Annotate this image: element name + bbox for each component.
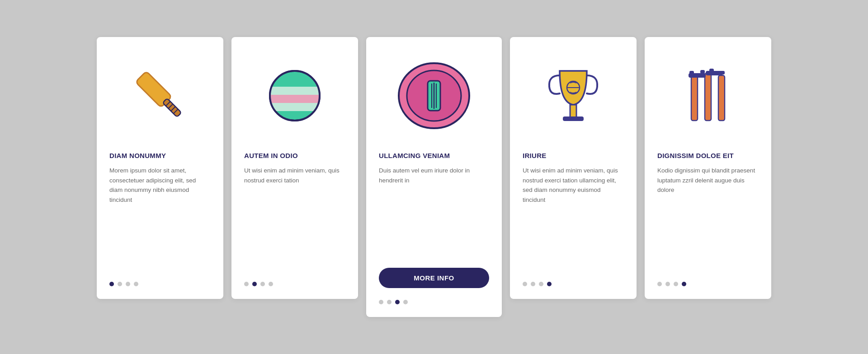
svg-rect-1 [163,98,182,117]
card4-dots [523,277,552,286]
svg-rect-30 [720,71,725,75]
svg-rect-23 [705,73,711,121]
bat-icon-area [109,51,211,141]
dot [260,282,265,286]
wicket-icon [679,57,737,134]
svg-rect-18 [570,105,576,117]
card4-text: Ut wisi enim ad minim veniam, quis nostr… [523,166,624,268]
card5-dots [657,277,686,286]
svg-rect-9 [270,95,320,103]
dot [523,282,527,286]
card5-title: DIGNISSIM DOLOE EIT [657,152,734,159]
dot [126,282,130,286]
dot [395,300,400,304]
card-ullamcing-veniam: ULLAMCING VENIAM Duis autem vel eum iriu… [366,37,502,317]
stadium-icon-area [379,51,489,141]
dot [109,282,114,286]
card-diam-nonummy: DIAM NONUMMY Morem ipsum dolor sit amet,… [97,37,223,299]
svg-rect-10 [270,103,320,111]
card3-text: Duis autem vel eum iriure dolor in hendr… [379,166,489,259]
dot [387,300,392,304]
ball-icon [261,62,329,130]
trophy-icon-area [523,51,624,141]
svg-rect-28 [700,70,705,74]
card-iriure: IRIURE Ut wisi enim ad minim veniam, qui… [510,37,637,299]
svg-rect-8 [270,87,320,95]
dot [244,282,249,286]
card2-dots [244,277,273,286]
more-info-button[interactable]: MORE INFO [379,268,489,288]
card-autem-in-odio: AUTEM IN ODIO Ut wisi enim ad minim veni… [231,37,358,299]
trophy-icon [539,60,607,132]
card1-text: Morem ipsum dolor sit amet, consectetuer… [109,166,211,268]
dot [682,282,686,286]
dot [252,282,257,286]
dot [269,282,273,286]
card2-title: AUTEM IN ODIO [244,152,298,159]
ball-icon-area [244,51,345,141]
dot [665,282,670,286]
dot [657,282,662,286]
card4-title: IRIURE [523,152,547,159]
card1-title: DIAM NONUMMY [109,152,166,159]
bat-icon [131,60,189,132]
dot [134,282,138,286]
dot [379,300,383,304]
card2-text: Ut wisi enim ad minim veniam, quis nostr… [244,166,345,268]
dot [547,282,552,286]
cards-container: DIAM NONUMMY Morem ipsum dolor sit amet,… [70,19,798,335]
dot [403,300,408,304]
svg-rect-29 [709,69,714,72]
svg-rect-22 [691,75,698,121]
wicket-icon-area [657,51,759,141]
svg-rect-27 [689,71,694,75]
dot [118,282,122,286]
card5-text: Kodio dignissim qui blandit praesent lup… [657,166,759,268]
card1-dots [109,277,138,286]
dot [539,282,543,286]
stadium-icon [393,57,475,134]
card3-dots [379,295,408,304]
dot [531,282,535,286]
dot [674,282,678,286]
svg-rect-24 [718,75,725,121]
card-dignissim-doloe-eit: DIGNISSIM DOLOE EIT Kodio dignissim qui … [645,37,771,299]
svg-rect-19 [563,116,584,121]
card3-title: ULLAMCING VENIAM [379,152,450,159]
